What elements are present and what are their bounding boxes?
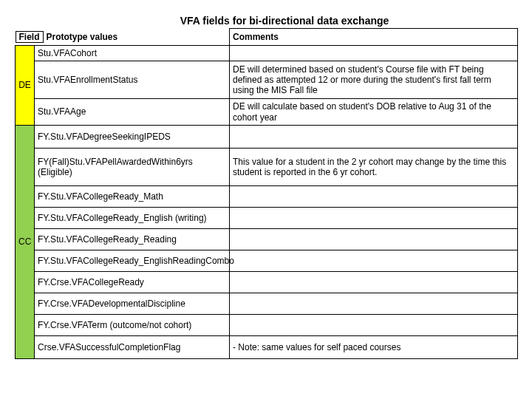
comment-cell: This value for a student in the 2 yr coh… (230, 149, 518, 186)
field-cell: Stu.VFAEnrollmentStatus (35, 61, 230, 99)
field-cell: Stu.VFAAge (35, 99, 230, 126)
field-cell: FY.Stu.VFACollegeReady_EnglishReadingCom… (35, 250, 230, 272)
data-table: FieldPrototype values Comments DE Stu.VF… (15, 28, 518, 359)
header-row: FieldPrototype values Comments (16, 29, 518, 46)
group-label-cc: CC (16, 126, 35, 359)
header-proto-text: Prototype values (47, 32, 118, 42)
comment-cell (230, 208, 518, 229)
page-title: VFA fields for bi-directional data excha… (52, 15, 517, 27)
comment-cell (230, 293, 518, 315)
table-row: FY.Crse.VFADevelopmentalDiscipline (16, 293, 518, 315)
field-cell: FY.Stu.VFACollegeReady_English (writing) (35, 208, 230, 229)
table-row: Stu.VFAAge DE will calculate based on st… (16, 99, 518, 126)
comment-cell: DE will calculate based on student's DOB… (230, 99, 518, 126)
field-cell: FY.Stu.VFADegreeSeekingIPEDS (35, 126, 230, 149)
table-row: FY(Fall)Stu.VFAPellAwardedWithin6yrs (El… (16, 149, 518, 186)
table-row: FY.Stu.VFACollegeReady_English (writing) (16, 208, 518, 229)
field-cell: Crse.VFASuccessfulCompletionFlag (35, 336, 230, 359)
table-row: FY.Crse.VFATerm (outcome/not cohort) (16, 315, 518, 336)
field-cell: FY.Crse.VFADevelopmentalDiscipline (35, 293, 230, 315)
comment-cell (230, 45, 518, 61)
header-comments: Comments (230, 29, 518, 46)
field-cell: FY.Stu.VFACollegeReady_Reading (35, 229, 230, 250)
table-row: Crse.VFASuccessfulCompletionFlag - Note:… (16, 336, 518, 359)
group-label-de: DE (16, 45, 35, 125)
comment-cell (230, 229, 518, 250)
header-field-box: Field (16, 31, 44, 43)
comment-cell (230, 186, 518, 208)
table-row: FY.Stu.VFACollegeReady_EnglishReadingCom… (16, 250, 518, 272)
field-cell: FY.Crse.VFACollegeReady (35, 272, 230, 293)
field-cell: FY.Stu.VFACollegeReady_Math (35, 186, 230, 208)
table-row: FY.Stu.VFACollegeReady_Math (16, 186, 518, 208)
field-cell: FY.Crse.VFATerm (outcome/not cohort) (35, 315, 230, 336)
table-row: Stu.VFAEnrollmentStatus DE will determin… (16, 61, 518, 99)
comment-cell (230, 250, 518, 272)
field-cell: FY(Fall)Stu.VFAPellAwardedWithin6yrs (El… (35, 149, 230, 186)
comment-cell: - Note: same values for self paced cours… (230, 336, 518, 359)
comment-cell (230, 126, 518, 149)
comment-cell: DE will determined based on student's Co… (230, 61, 518, 99)
table-row: FY.Stu.VFACollegeReady_Reading (16, 229, 518, 250)
table-row: CC FY.Stu.VFADegreeSeekingIPEDS (16, 126, 518, 149)
comment-cell (230, 315, 518, 336)
table-row: FY.Crse.VFACollegeReady (16, 272, 518, 293)
table-row: DE Stu.VFACohort (16, 45, 518, 61)
comment-cell (230, 272, 518, 293)
field-cell: Stu.VFACohort (35, 45, 230, 61)
header-field-proto: FieldPrototype values (16, 29, 230, 46)
